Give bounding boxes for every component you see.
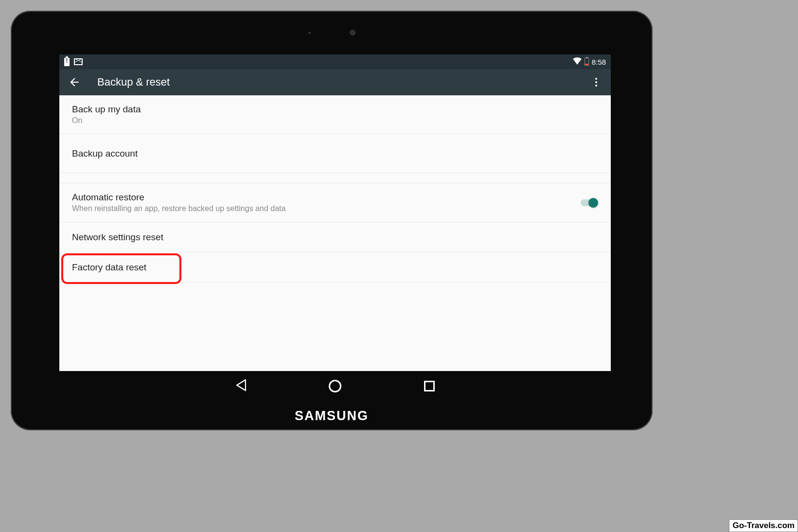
factory-data-reset-row[interactable]: Factory data reset [59,252,611,283]
camera-region [11,11,653,54]
sensor-dot [308,32,311,34]
tablet-frame: 8:58 Backup & reset Back up my data On [11,11,653,430]
battery-alert-icon [64,58,70,66]
nav-recent-icon[interactable] [424,381,435,391]
settings-list: Back up my data On Backup account Automa… [59,95,611,283]
overflow-menu-icon[interactable] [590,76,602,88]
nav-home-icon[interactable] [329,380,341,392]
automatic-restore-title: Automatic restore [72,192,580,203]
watermark-label: Go-Travels.com [729,519,798,532]
nav-bar [59,374,611,398]
network-settings-reset-title: Network settings reset [72,232,598,243]
automatic-restore-switch[interactable] [580,198,598,208]
status-clock: 8:58 [592,58,606,66]
back-arrow-icon[interactable] [68,76,81,89]
backup-account-row[interactable]: Backup account [59,134,611,173]
backup-account-title: Backup account [72,148,598,159]
wifi-icon [573,57,582,66]
status-bar: 8:58 [59,54,611,69]
factory-data-reset-title: Factory data reset [72,262,598,273]
backup-my-data-title: Back up my data [72,104,598,115]
app-bar-title: Backup & reset [97,76,590,89]
network-settings-reset-row[interactable]: Network settings reset [59,222,611,252]
screen: 8:58 Backup & reset Back up my data On [59,54,611,371]
nav-back-icon[interactable] [235,379,246,393]
app-bar: Backup & reset [59,69,611,95]
automatic-restore-sub: When reinstalling an app, restore backed… [72,204,580,213]
device-brand: SAMSUNG [11,408,653,424]
front-camera [350,30,355,35]
automatic-restore-row[interactable]: Automatic restore When reinstalling an a… [59,183,611,222]
battery-low-icon [585,58,589,66]
backup-my-data-sub: On [72,116,598,125]
mail-icon [74,58,83,65]
backup-my-data-row[interactable]: Back up my data On [59,95,611,134]
